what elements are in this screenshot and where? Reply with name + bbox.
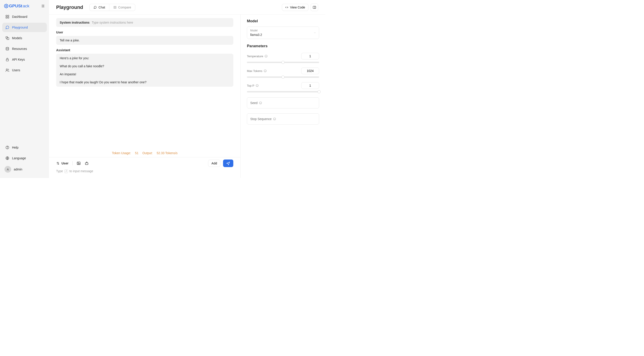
sidebar-item-dashboard[interactable]: Dashboard [2, 12, 47, 22]
model-select-value: llama3.2 [250, 33, 316, 36]
system-instructions-input[interactable] [92, 21, 230, 24]
svg-rect-14 [115, 6, 116, 8]
temperature-slider[interactable] [247, 62, 319, 63]
param-max-tokens: Max Tokens [247, 68, 319, 78]
globe-icon [5, 156, 9, 160]
user-name: admin [14, 168, 22, 171]
max-tokens-input[interactable] [301, 68, 319, 74]
add-button-label: Add [212, 162, 217, 165]
svg-rect-3 [6, 17, 7, 18]
nav: Dashboard Playground Models Resources [2, 12, 47, 75]
sidebar-item-resources[interactable]: Resources [2, 44, 47, 54]
info-icon[interactable] [264, 69, 267, 72]
svg-point-17 [78, 163, 78, 163]
system-instructions-box: System instructions [56, 18, 233, 27]
info-icon[interactable] [259, 101, 262, 104]
add-button[interactable]: Add [208, 160, 220, 167]
tab-compare[interactable]: Compare [109, 4, 135, 11]
assistant-line: Here's a joke for you: [60, 56, 230, 60]
info-icon[interactable] [273, 118, 276, 120]
code-icon [285, 6, 288, 9]
send-icon [226, 161, 230, 165]
role-assistant-heading: Assistant [56, 48, 233, 52]
users-icon [5, 68, 9, 72]
top-p-label: Top P [247, 84, 254, 87]
stop-sequence-field[interactable]: Stop Sequence [247, 114, 319, 124]
seed-label: Seed [250, 101, 258, 105]
sidebar-user[interactable]: A admin [2, 164, 47, 174]
tab-chat[interactable]: Chat [90, 4, 109, 11]
temperature-input[interactable] [301, 53, 319, 60]
svg-point-0 [6, 6, 7, 7]
sidebar-item-models[interactable]: Models [2, 34, 47, 43]
attach-image-button[interactable] [77, 161, 81, 165]
gear-icon [4, 4, 8, 8]
svg-point-9 [6, 69, 8, 70]
user-message-text: Tell me a joke. [60, 38, 80, 42]
view-code-button[interactable]: View Code [282, 4, 308, 11]
sidebar-item-label: Models [12, 36, 22, 40]
role-select[interactable]: User [56, 162, 68, 165]
info-icon[interactable] [264, 54, 268, 58]
max-tokens-slider[interactable] [247, 76, 319, 78]
sidebar-item-label: Playground [12, 26, 28, 29]
sidebar-item-users[interactable]: Users [2, 66, 47, 75]
parameters-heading: Parameters [247, 44, 319, 48]
sidebar-item-api-keys[interactable]: API Keys [2, 55, 47, 64]
token-usage: Token Usage: 51 [112, 151, 138, 155]
svg-rect-8 [6, 59, 9, 61]
message-input[interactable]: Type / to input message [56, 169, 233, 173]
sidebar-item-label: Language [12, 156, 26, 160]
svg-rect-6 [7, 38, 9, 40]
seed-field[interactable]: Seed [247, 97, 319, 108]
chevron-down-icon [314, 32, 316, 34]
hint-suffix: to input message [69, 169, 93, 173]
assistant-line: What do you call a fake noodle? [60, 64, 230, 68]
top-p-input[interactable] [301, 82, 319, 89]
tab-label: Compare [118, 6, 131, 9]
param-top-p: Top P [247, 82, 319, 92]
svg-rect-13 [114, 6, 114, 8]
model-heading: Model [247, 19, 319, 24]
top-p-slider[interactable] [247, 91, 319, 92]
svg-rect-18 [85, 163, 88, 165]
hint-key: / [64, 170, 68, 173]
mode-toggle: Chat Compare [89, 4, 135, 11]
sidebar-item-label: Resources [12, 47, 27, 50]
sidebar-item-label: Dashboard [12, 15, 28, 18]
toggle-right-panel-button[interactable] [311, 4, 318, 11]
sidebar-item-label: Users [12, 68, 20, 72]
info-icon[interactable] [256, 84, 259, 87]
panel-icon [313, 6, 316, 9]
brand-logo[interactable]: GPUStack [4, 4, 30, 8]
main: Playground Chat Compare [49, 0, 325, 178]
divider [72, 161, 73, 165]
sidebar-item-language[interactable]: Language [2, 154, 47, 163]
assistant-message[interactable]: Here's a joke for you: What do you call … [56, 54, 233, 87]
brand-text-stack: ack [23, 4, 30, 8]
user-message[interactable]: Tell me a joke. [56, 36, 233, 45]
tools-button[interactable] [85, 161, 89, 165]
lock-icon [5, 58, 9, 62]
send-button[interactable] [223, 160, 233, 167]
sidebar-item-help[interactable]: Help [2, 143, 47, 152]
sidebar-collapse-button[interactable] [41, 4, 45, 8]
sidebar-item-label: API Keys [12, 58, 25, 61]
sidebar-item-playground[interactable]: Playground [2, 23, 47, 32]
svg-rect-15 [313, 6, 316, 9]
avatar: A [4, 166, 11, 173]
metrics-line: Token Usage: 51 Output: 52.33 Tokens/s [49, 148, 240, 157]
avatar-initial: A [7, 168, 9, 171]
swap-icon [56, 162, 60, 165]
svg-rect-2 [8, 15, 9, 16]
model-select[interactable]: Model llama3.2 [247, 26, 319, 39]
view-code-label: View Code [290, 6, 305, 9]
system-instructions-label: System instructions [60, 21, 90, 24]
hint-prefix: Type [56, 169, 64, 173]
sidebar: GPUStack Dashboard Playground [0, 0, 49, 178]
assistant-line: An impasta! [60, 72, 230, 76]
role-select-value: User [62, 162, 68, 165]
svg-rect-4 [8, 17, 9, 18]
compare-icon [114, 6, 116, 9]
chat-icon [5, 26, 9, 30]
